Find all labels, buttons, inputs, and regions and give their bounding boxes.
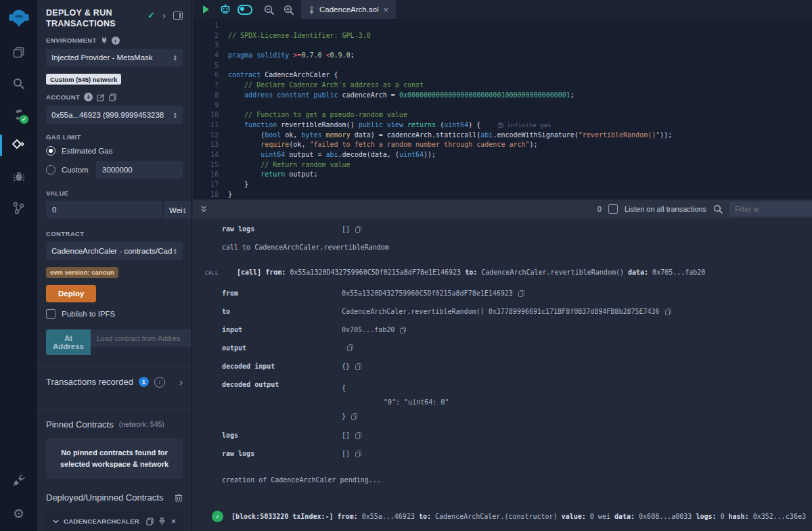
code-token: address constant public xyxy=(244,91,338,99)
terminal-kv-row: decoded input{} xyxy=(193,363,812,370)
select-stepper-icon: ▲▼ xyxy=(173,112,177,118)
log-value: [] xyxy=(342,450,361,457)
log-key: input xyxy=(222,326,342,333)
tx-recorded-info-icon[interactable]: i xyxy=(154,377,165,388)
code-editor[interactable]: 123456789101112131415161718 // SPDX-Lice… xyxy=(193,19,812,200)
solidity-file-icon xyxy=(309,5,315,14)
log-text: to: xyxy=(465,269,477,276)
terminal-tx-row[interactable]: ✓[block:5033220 txIndex:-] from: 0x55a..… xyxy=(193,511,812,522)
solidity-compiler-icon[interactable]: ✓ xyxy=(0,99,37,130)
remove-contract-icon[interactable]: × xyxy=(171,518,176,525)
copy-icon[interactable] xyxy=(355,226,361,233)
log-text: 0x55a1320D432759960C5Df0215a8dF78e1E1469… xyxy=(286,269,465,276)
code-token: public view xyxy=(359,121,403,129)
pin-to-side-icon[interactable] xyxy=(173,11,183,20)
tab-cadencearch-sol[interactable]: CadenceArch.sol × xyxy=(301,0,396,19)
copy-icon[interactable] xyxy=(347,344,353,351)
custom-gas-radio[interactable] xyxy=(46,165,55,175)
git-icon[interactable] xyxy=(0,192,37,223)
code-token: uint64 xyxy=(261,151,285,158)
theme-toggle-icon[interactable] xyxy=(238,2,252,17)
terminal-output[interactable]: raw logs[]call to CadenceArchCaler.rever… xyxy=(193,219,812,531)
zoom-out-icon[interactable] xyxy=(261,2,276,17)
editor-code: // SPDX-License-Identifier: GPL-3.0 prag… xyxy=(228,21,812,200)
log-key: decoded output xyxy=(222,381,342,388)
search-icon[interactable] xyxy=(0,68,37,99)
panel-chevron-right-icon[interactable]: › xyxy=(162,12,166,19)
copy-icon[interactable] xyxy=(355,451,361,457)
terminal-call-row[interactable]: call[call] from: 0x55a1320D432759960C5Df… xyxy=(193,269,812,276)
estimated-gas-radio[interactable] xyxy=(46,146,55,156)
line-number: 11 xyxy=(193,120,219,131)
run-script-icon[interactable] xyxy=(198,2,213,17)
log-text: 0 wei xyxy=(586,513,614,520)
line-number: 16 xyxy=(193,170,219,180)
code-line: // Return random value xyxy=(228,160,812,170)
plugin-connect-icon[interactable] xyxy=(0,465,37,496)
value-unit-select[interactable]: Wei ▲▼ xyxy=(164,201,192,219)
code-token xyxy=(228,121,244,129)
terminal-kv-row: raw logs[] xyxy=(193,225,812,233)
terminal-search-icon[interactable] xyxy=(713,204,723,214)
sign-message-icon[interactable] xyxy=(97,93,105,101)
value-label: VALUE xyxy=(46,189,69,197)
environment-info-icon[interactable]: i xyxy=(112,37,120,45)
settings-gear-icon[interactable]: ⚙ xyxy=(0,496,37,531)
copy-icon[interactable] xyxy=(665,308,671,315)
tx-recorded-expand-icon[interactable]: › xyxy=(179,379,183,386)
remixai-assistant-icon[interactable] xyxy=(218,2,233,17)
terminal-collapse-icon[interactable] xyxy=(200,205,208,213)
listen-checkbox[interactable] xyxy=(608,204,618,214)
add-account-icon[interactable]: + xyxy=(84,93,93,101)
select-stepper-icon: ▲▼ xyxy=(183,207,187,214)
clear-deployed-trash-icon[interactable] xyxy=(175,493,183,502)
line-number: 3 xyxy=(193,41,219,51)
log-value: 0x705...fab20 xyxy=(342,326,406,333)
line-number: 9 xyxy=(193,101,219,111)
copy-icon[interactable] xyxy=(351,413,357,420)
gear-glyph: ⚙ xyxy=(13,507,24,520)
account-select[interactable]: 0x55a...46923 (999.9999453238 ▲▼ xyxy=(46,106,183,124)
publish-ipfs-checkbox[interactable] xyxy=(46,309,55,319)
tx-summary: [block:5033220 txIndex:-] from: 0x55a...… xyxy=(231,513,806,520)
code-token: revertibleRandom() xyxy=(277,121,358,129)
at-address-button[interactable]: At Address xyxy=(46,329,91,355)
terminal-kv-row: raw logs[] xyxy=(193,450,812,457)
code-token: memory xyxy=(326,131,351,139)
code-token: 0.7.0 xyxy=(301,51,321,59)
value-input[interactable] xyxy=(46,201,162,218)
custom-gas-input[interactable] xyxy=(96,161,183,179)
copy-icon[interactable] xyxy=(518,290,524,297)
log-text: data: xyxy=(614,513,635,520)
debugger-icon[interactable] xyxy=(0,161,37,192)
copy-icon[interactable] xyxy=(400,327,406,333)
terminal-kv-row: toCadenceArchCaler.revertibleRandom() 0x… xyxy=(193,308,812,315)
contract-value: CadenceArchCaler - contracts/Cad xyxy=(51,247,173,255)
code-token xyxy=(228,151,261,158)
tx-recorded-count-badge: 1 xyxy=(139,377,149,387)
copy-icon[interactable] xyxy=(355,432,361,439)
copy-address-icon[interactable] xyxy=(146,517,154,526)
code-token: "failed to fetch a random number through… xyxy=(309,141,529,148)
pin-contract-icon[interactable] xyxy=(158,517,166,526)
terminal-filter-input[interactable] xyxy=(729,202,812,216)
deploy-button[interactable]: Deploy xyxy=(46,285,96,302)
gas-limit-label: GAS LIMIT xyxy=(46,133,81,141)
remix-logo[interactable] xyxy=(0,0,37,37)
environment-select[interactable]: Injected Provider - MetaMask ▲▼ xyxy=(46,49,183,67)
collapse-chevron-icon[interactable] xyxy=(53,520,59,524)
code-token: // Function to get a pseudo-random value xyxy=(228,111,407,118)
tab-close-icon[interactable]: × xyxy=(384,5,389,15)
file-explorer-icon[interactable] xyxy=(0,37,37,68)
contract-select[interactable]: CadenceArchCaler - contracts/Cad ▲▼ xyxy=(46,241,183,260)
line-number: 12 xyxy=(193,131,219,141)
deploy-and-run-icon[interactable] xyxy=(0,130,37,161)
log-text: logs: xyxy=(696,513,716,520)
at-address-input[interactable] xyxy=(91,329,192,347)
copy-account-icon[interactable] xyxy=(109,93,116,101)
code-line xyxy=(228,61,812,71)
code-token: // Return random value xyxy=(228,161,351,168)
zoom-in-icon[interactable] xyxy=(281,2,296,17)
copy-icon[interactable] xyxy=(355,363,361,370)
code-token: ok, xyxy=(281,131,301,139)
